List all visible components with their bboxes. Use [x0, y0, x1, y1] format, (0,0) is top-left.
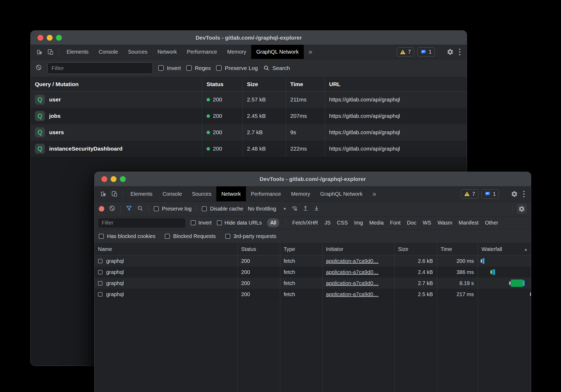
- type-filter-media[interactable]: Media: [369, 220, 384, 226]
- titlebar[interactable]: DevTools - gitlab.com/-/graphql-explorer: [95, 172, 531, 186]
- tab-sources[interactable]: Sources: [123, 45, 152, 59]
- tab-elements[interactable]: Elements: [125, 186, 157, 201]
- network-settings-gear-icon[interactable]: [517, 204, 527, 214]
- type-filter-js[interactable]: JS: [324, 220, 330, 226]
- zoom-window-button[interactable]: [120, 176, 126, 182]
- invert-checkbox[interactable]: Invert: [191, 220, 212, 226]
- filter-funnel-icon[interactable]: [126, 205, 132, 213]
- table-row[interactable]: Qusers 200 2.7 kB 9s https://gitlab.com/…: [31, 124, 467, 141]
- has-blocked-cookies-checkbox[interactable]: Has blocked cookies: [99, 233, 155, 239]
- row-checkbox[interactable]: [98, 281, 102, 286]
- hide-data-urls-checkbox[interactable]: Hide data URLs: [217, 220, 262, 226]
- type-filter-ws[interactable]: WS: [423, 220, 431, 226]
- initiator-link[interactable]: application-a7ca9d0…: [326, 269, 378, 275]
- column-header-type[interactable]: Type: [280, 243, 322, 255]
- row-checkbox[interactable]: [98, 270, 102, 274]
- column-header-size[interactable]: Size: [242, 77, 286, 91]
- search-icon[interactable]: [137, 205, 143, 213]
- type-filter-all[interactable]: All: [267, 218, 279, 227]
- request-row[interactable]: graphql 200 fetch application-a7ca9d0… 2…: [95, 278, 531, 289]
- tab-performance[interactable]: Performance: [246, 186, 286, 201]
- table-row[interactable]: Quser 200 2.57 kB 211ms https://gitlab.c…: [31, 91, 467, 108]
- column-header-time[interactable]: Time: [437, 243, 478, 255]
- table-row[interactable]: QinstanceSecurityDashboard 200 2.48 kB 2…: [31, 141, 467, 157]
- initiator-link[interactable]: application-a7ca9d0…: [326, 258, 378, 264]
- type-filter-doc[interactable]: Doc: [407, 220, 417, 226]
- block-icon[interactable]: [35, 64, 42, 72]
- tab-sources[interactable]: Sources: [187, 186, 216, 201]
- initiator-link[interactable]: application-a7ca9d0…: [326, 291, 378, 297]
- column-header-status[interactable]: Status: [202, 77, 242, 91]
- regex-checkbox[interactable]: Regex: [186, 65, 211, 71]
- tab-memory[interactable]: Memory: [286, 186, 315, 201]
- inspect-element-icon[interactable]: [98, 186, 109, 201]
- column-header-time[interactable]: Time: [286, 77, 325, 91]
- column-header-initiator[interactable]: Initiator: [322, 243, 394, 255]
- device-toolbar-icon[interactable]: [45, 45, 56, 59]
- close-window-button[interactable]: [101, 176, 107, 182]
- close-window-button[interactable]: [38, 35, 43, 41]
- type-filter-other[interactable]: Other: [485, 220, 498, 226]
- request-row[interactable]: graphql 200 fetch application-a7ca9d0… 2…: [95, 289, 531, 300]
- request-row[interactable]: graphql 200 fetch application-a7ca9d0… 2…: [95, 267, 531, 278]
- tab-network[interactable]: Network: [216, 186, 246, 201]
- initiator-link[interactable]: application-a7ca9d0…: [326, 280, 378, 286]
- tab-elements[interactable]: Elements: [62, 45, 94, 59]
- throttling-dropdown[interactable]: No throttling ▼: [248, 206, 287, 212]
- warnings-badge[interactable]: 7: [461, 189, 478, 199]
- record-button[interactable]: [99, 206, 104, 212]
- issues-badge[interactable]: 1: [417, 47, 435, 57]
- preserve-log-checkbox[interactable]: Preserve Log: [216, 65, 258, 71]
- tab-console[interactable]: Console: [157, 186, 187, 201]
- more-tabs-icon[interactable]: »: [368, 186, 381, 201]
- column-header-waterfall[interactable]: Waterfall ▲: [478, 243, 531, 255]
- tab-console[interactable]: Console: [94, 45, 123, 59]
- request-row[interactable]: graphql 200 fetch application-a7ca9d0… 2…: [95, 255, 531, 267]
- column-header-url[interactable]: URL: [325, 77, 467, 91]
- device-toolbar-icon[interactable]: [109, 186, 120, 201]
- type-filter-img[interactable]: Img: [354, 220, 363, 226]
- type-filter-css[interactable]: CSS: [337, 220, 348, 226]
- column-header-name[interactable]: Name: [95, 243, 237, 255]
- export-har-icon[interactable]: [313, 205, 320, 213]
- third-party-requests-checkbox[interactable]: 3rd-party requests: [225, 233, 276, 239]
- column-header-status[interactable]: Status: [237, 243, 280, 255]
- minimize-window-button[interactable]: [47, 35, 53, 41]
- clear-icon[interactable]: [109, 205, 115, 213]
- settings-gear-icon[interactable]: [447, 48, 454, 55]
- type-filter-font[interactable]: Font: [390, 220, 401, 226]
- blocked-requests-checkbox[interactable]: Blocked Requests: [165, 233, 216, 239]
- tab-graphql-network[interactable]: GraphQL Network: [251, 45, 303, 59]
- settings-gear-icon[interactable]: [511, 190, 518, 198]
- invert-checkbox[interactable]: Invert: [158, 65, 181, 71]
- filter-input[interactable]: [98, 218, 185, 228]
- issues-badge[interactable]: 1: [481, 189, 499, 199]
- type-filter-manifest[interactable]: Manifest: [459, 220, 479, 226]
- preserve-log-checkbox[interactable]: Preserve log: [154, 206, 191, 212]
- more-tabs-icon[interactable]: »: [304, 45, 317, 59]
- inspect-element-icon[interactable]: [34, 45, 45, 59]
- more-options-icon[interactable]: [521, 191, 527, 197]
- tab-memory[interactable]: Memory: [222, 45, 251, 59]
- table-row[interactable]: Qjobs 200 2.45 kB 207ms https://gitlab.c…: [31, 108, 467, 124]
- search-button[interactable]: Search: [263, 65, 290, 71]
- status-value: 200: [237, 289, 280, 300]
- tab-performance[interactable]: Performance: [182, 45, 222, 59]
- column-header-size[interactable]: Size: [394, 243, 437, 255]
- zoom-window-button[interactable]: [56, 35, 62, 41]
- tab-network[interactable]: Network: [152, 45, 182, 59]
- row-checkbox[interactable]: [98, 292, 102, 297]
- row-checkbox[interactable]: [98, 259, 102, 263]
- more-options-icon[interactable]: [457, 49, 462, 55]
- warnings-badge[interactable]: 7: [397, 47, 414, 57]
- column-header-query[interactable]: Query / Mutation: [31, 77, 202, 91]
- titlebar[interactable]: DevTools - gitlab.com/-/graphql-explorer: [31, 31, 467, 45]
- type-filter-wasm[interactable]: Wasm: [437, 220, 452, 226]
- minimize-window-button[interactable]: [111, 176, 116, 182]
- tab-graphql-network[interactable]: GraphQL Network: [315, 186, 367, 201]
- network-conditions-icon[interactable]: [291, 205, 298, 213]
- disable-cache-checkbox[interactable]: Disable cache: [202, 206, 243, 212]
- filter-input[interactable]: [47, 62, 153, 74]
- import-har-icon[interactable]: [302, 205, 309, 213]
- type-filter-fetch-xhr[interactable]: Fetch/XHR: [292, 220, 318, 226]
